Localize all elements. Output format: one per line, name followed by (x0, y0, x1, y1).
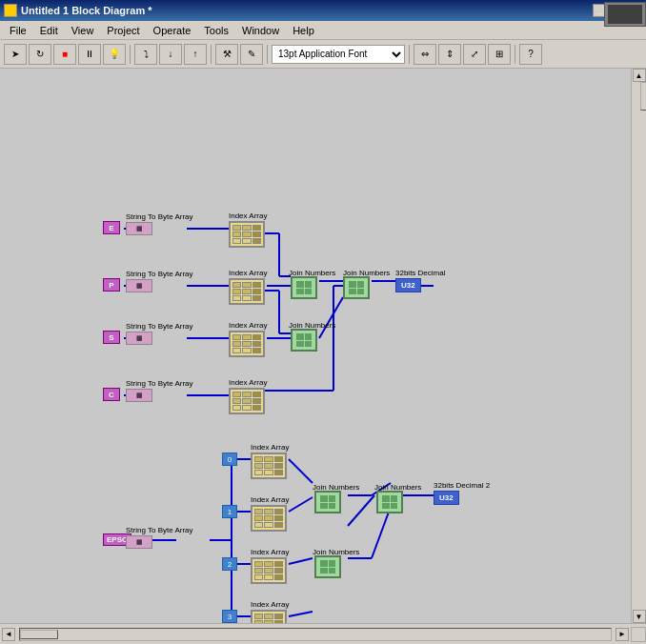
str-byte-block-2[interactable]: ▦ (126, 279, 152, 292)
const-2-label: 2 (228, 560, 232, 569)
join-numbers-block-b1[interactable] (314, 491, 341, 513)
tool2-btn[interactable]: ✎ (240, 44, 263, 65)
index-array-label-2: Index Array (229, 269, 267, 277)
menu-file[interactable]: File (4, 23, 32, 38)
const-3[interactable]: 3 (222, 610, 237, 623)
h-scroll-thumb[interactable] (20, 630, 58, 639)
menu-view[interactable]: View (66, 23, 100, 38)
decimal-label-1: 32bits Decimal (395, 269, 445, 277)
menu-bar: File Edit View Project Operate Tools Win… (0, 21, 646, 40)
scroll-left-btn[interactable]: ◄ (2, 628, 15, 641)
decimal-label-2: 32bits Decimal 2 (434, 481, 490, 490)
separator-5 (515, 45, 515, 64)
svg-line-16 (319, 297, 343, 338)
str-byte-label-2: String To Byte Array (126, 270, 193, 278)
terminal-E[interactable]: E (103, 221, 120, 234)
index-array-label-1: Index Array (229, 211, 267, 220)
str-byte-block-epsc[interactable]: ▦ (126, 535, 152, 549)
const-2[interactable]: 2 (222, 557, 237, 571)
toolbar: ➤ ↻ ■ ⏸ 💡 ⤵ ↓ ↑ ⚒ ✎ 13pt Application Fon… (0, 40, 646, 69)
menu-help[interactable]: Help (287, 23, 320, 38)
scroll-thumb-right[interactable] (640, 82, 647, 111)
index-array-block-4[interactable] (229, 388, 265, 414)
scroll-down-btn[interactable]: ▼ (633, 610, 646, 623)
app-icon (4, 4, 17, 17)
decimal-u32-1: U32 (401, 281, 415, 290)
decimal-block-1[interactable]: U32 (395, 278, 421, 292)
separator-3 (267, 45, 268, 64)
svg-line-39 (372, 507, 391, 558)
index-array-label-3: Index Array (229, 321, 267, 330)
str-byte-block-3[interactable]: ▦ (126, 332, 152, 345)
tool1-btn[interactable]: ⚒ (215, 44, 238, 65)
terminal-E-label: E (103, 221, 120, 234)
str-byte-block-1[interactable]: ▦ (126, 222, 152, 235)
menu-window[interactable]: Window (236, 23, 285, 38)
pause-btn[interactable]: ⏸ (78, 44, 101, 65)
join-numbers-block-bmain[interactable] (376, 491, 403, 513)
index-array-label-4: Index Array (229, 378, 267, 387)
str-byte-block-4[interactable]: ▦ (126, 389, 152, 402)
title-bar: Untitled 1 Block Diagram * _ □ X (0, 0, 646, 21)
menu-operate[interactable]: Operate (148, 23, 197, 38)
svg-line-37 (289, 558, 313, 564)
step-into-btn[interactable]: ↓ (159, 44, 182, 65)
index-array-block-2[interactable] (229, 278, 265, 305)
svg-line-41 (348, 495, 374, 526)
h-scrollbar[interactable] (19, 628, 612, 641)
index-array-label-b2: Index Array (251, 548, 289, 556)
terminal-S[interactable]: S (103, 331, 120, 344)
const-3-label: 3 (228, 613, 232, 621)
separator-1 (130, 45, 131, 64)
join-numbers-block-1[interactable] (291, 276, 317, 299)
scrollbar-right[interactable]: ▲ ▼ (631, 69, 646, 623)
reorder-btn[interactable]: ⊞ (488, 44, 511, 65)
menu-edit[interactable]: Edit (34, 23, 64, 38)
resize-btn[interactable]: ⤢ (463, 44, 486, 65)
separator-2 (211, 45, 212, 64)
const-0[interactable]: 0 (222, 453, 237, 466)
str-byte-label-epsc: String To Byte Array (126, 526, 193, 534)
run-arrow-btn[interactable]: ➤ (4, 44, 27, 65)
run-continuous-btn[interactable]: ↻ (29, 44, 51, 65)
terminal-C-label: C (103, 388, 120, 401)
step-over-btn[interactable]: ⤵ (134, 44, 157, 65)
index-array-block-b2[interactable] (251, 557, 287, 584)
join-numbers-block-3[interactable] (291, 329, 317, 352)
distribute-btn[interactable]: ⇕ (438, 44, 461, 65)
index-array-label-b0: Index Array (251, 443, 289, 452)
index-array-block-b3[interactable] (251, 610, 287, 623)
join-numbers-block-b2[interactable] (314, 555, 341, 578)
terminal-P[interactable]: P (103, 278, 120, 292)
index-array-block-b0[interactable] (251, 453, 287, 479)
index-array-block-1[interactable] (229, 221, 265, 248)
diagram-canvas[interactable]: E String To Byte Array ▦ Index Array P S… (0, 69, 631, 623)
step-out-btn[interactable]: ↑ (184, 44, 207, 65)
context-help-panel (604, 2, 646, 27)
help-btn[interactable]: ? (519, 44, 542, 65)
join-numbers-block-2[interactable] (343, 276, 370, 299)
menu-project[interactable]: Project (101, 23, 145, 38)
highlight-btn[interactable]: 💡 (103, 44, 126, 65)
svg-line-34 (289, 497, 313, 512)
scroll-up-btn[interactable]: ▲ (633, 69, 646, 82)
str-byte-label-4: String To Byte Array (126, 379, 193, 388)
terminal-S-label: S (103, 331, 120, 344)
index-array-block-3[interactable] (229, 331, 265, 357)
terminal-P-label: P (103, 278, 120, 292)
separator-4 (409, 45, 410, 64)
const-0-label: 0 (228, 455, 232, 464)
abort-btn[interactable]: ■ (53, 44, 76, 65)
menu-tools[interactable]: Tools (198, 23, 234, 38)
const-1[interactable]: 1 (222, 505, 237, 518)
font-select[interactable]: 13pt Application Font (272, 45, 405, 64)
context-icon (608, 5, 642, 24)
svg-line-40 (289, 612, 313, 616)
svg-line-33 (289, 459, 313, 483)
index-array-block-b1[interactable] (251, 505, 287, 532)
scroll-right-btn[interactable]: ► (616, 628, 629, 641)
decimal-u32-2: U32 (439, 493, 454, 502)
terminal-C[interactable]: C (103, 388, 120, 401)
align-btn[interactable]: ⇔ (414, 44, 436, 65)
decimal-block-2[interactable]: U32 (434, 491, 459, 505)
